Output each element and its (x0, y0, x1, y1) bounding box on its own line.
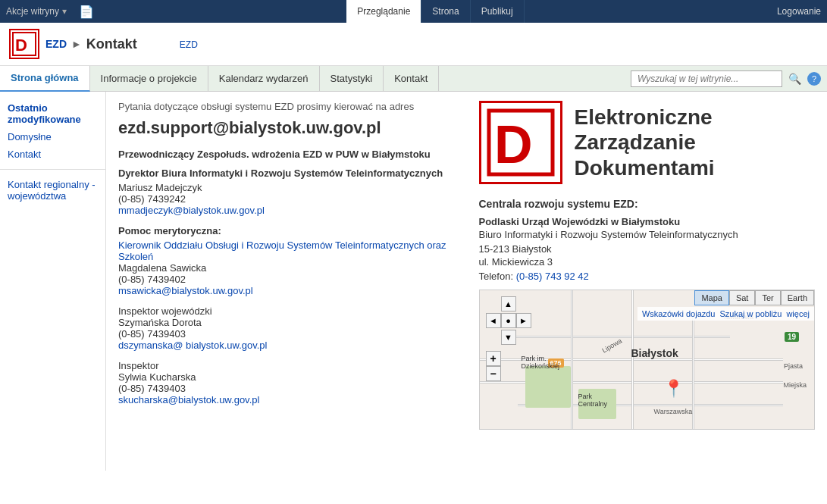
admin-tabs: Przeglądanie Strona Publikuj (346, 0, 524, 23)
breadcrumb-sub-area: EZD (143, 39, 198, 50)
akcje-witryny-menu[interactable]: Akcje witryny (6, 6, 59, 17)
map-zoom-out[interactable]: − (486, 366, 501, 381)
inspector2-phone: (0-85) 7439403 (118, 383, 455, 394)
map-nav-left[interactable]: ◄ (486, 313, 501, 328)
map-street-label1: Lipowa (600, 337, 623, 355)
address-block: Podlaski Urząd Wojewódzki w Białymstoku … (479, 216, 816, 282)
admin-bar: Akcje witryny ▾ 📄 Przeglądanie Strona Pu… (0, 0, 827, 23)
inspector1-role: Inspektor wojewódzki (118, 305, 455, 317)
logo-bar: D EZD ► Kontakt EZD (0, 23, 827, 66)
org-name: Podlaski Urząd Wojewódzki w Białymstoku (479, 216, 816, 227)
inspector1-phone: (0-85) 7439403 (118, 328, 455, 340)
map-btn-sat[interactable]: Sat (729, 290, 756, 305)
tab-publikuj[interactable]: Publikuj (471, 0, 525, 23)
help-title: Pomoc merytoryczna: (118, 225, 455, 236)
inspector2-role: Inspektor (118, 360, 455, 371)
inspector1-email[interactable]: dszymanska@ bialystok.uw.gov.pl (118, 340, 455, 351)
map-btn-earth[interactable]: Earth (781, 290, 814, 305)
map-btn-ter[interactable]: Ter (755, 290, 780, 305)
intro-text: Pytania dotyczące obsługi systemu EZD pr… (118, 101, 455, 112)
map-btn-mapa[interactable]: Mapa (694, 290, 729, 305)
search-input[interactable] (631, 70, 782, 87)
map-park-label2: ParkCentralny (578, 393, 608, 408)
breadcrumb-sub[interactable]: EZD (180, 39, 198, 50)
help-role[interactable]: Kierownik Oddziału Obsługi i Rozwoju Sys… (118, 239, 455, 262)
map-link-search[interactable]: Szukaj w pobliżu (719, 309, 782, 318)
breadcrumb-home[interactable]: EZD (45, 38, 67, 50)
main-content: Pytania dotyczące obsługi systemu EZD pr… (106, 92, 467, 471)
map-city-label: Białystok (631, 347, 678, 359)
main-email: ezd.support@bialystok.uw.gov.pl (118, 118, 455, 138)
map-nav-up[interactable]: ▲ (501, 296, 516, 311)
nav-kalendarz[interactable]: Kalendarz wydarzeń (208, 66, 320, 92)
phone-value[interactable]: (0-85) 743 92 42 (516, 271, 589, 282)
help-button[interactable]: ? (807, 72, 821, 86)
svg-text:D: D (15, 36, 27, 55)
map-park (525, 366, 571, 408)
sidebar-item-domyslne[interactable]: Domysłne (0, 128, 105, 146)
nav-informacje[interactable]: Informacje o projekcie (90, 66, 208, 92)
postal: 15-213 Białystok (479, 243, 816, 255)
map-nav-down[interactable]: ▼ (501, 330, 516, 345)
content-wrapper: Ostatnio zmodyfikowane Domysłne Kontakt … (0, 92, 827, 471)
ezd-title-line2: Zarządzanie (575, 130, 715, 155)
ezd-title-line1: Elektroniczne (575, 105, 715, 130)
dept-name: Biuro Informatyki i Rozwoju Systemów Tel… (479, 229, 816, 240)
help-name: Magdalena Sawicka (118, 262, 455, 274)
inspector2-block: Inspektor Sylwia Kucharska (0-85) 743940… (118, 360, 455, 405)
map-link-more[interactable]: więcej (786, 309, 810, 318)
map-link-directions[interactable]: Wskazówki dojazdu (642, 309, 716, 318)
ezd-logo-area: D Elektroniczne Zarządzanie Dokumentami (479, 101, 816, 184)
street: ul. Mickiewicza 3 (479, 256, 816, 268)
sidebar-item-ostatnio[interactable]: Ostatnio zmodyfikowane (0, 99, 105, 128)
sidebar: Ostatnio zmodyfikowane Domysłne Kontakt … (0, 92, 106, 471)
svg-text:D: D (494, 115, 533, 174)
inspector1-block: Inspektor wojewódzki Szymańska Dorota (0… (118, 305, 455, 351)
section1-block: Przewodniczący Zespołuds. wdrożenia EZD … (118, 149, 455, 216)
sidebar-item-kontakt[interactable]: Kontakt (0, 146, 105, 163)
help-block: Pomoc merytoryczna: Kierownik Oddziału O… (118, 225, 455, 296)
map-toolbar: Mapa Sat Ter Earth (694, 290, 814, 305)
ezd-title-line3: Dokumentami (575, 155, 715, 181)
nav-strona-glowna[interactable]: Strona główna (0, 66, 90, 92)
sidebar-item-kontakt-regionalny[interactable]: Kontakt regionalny - województwa (0, 176, 105, 205)
help-email[interactable]: msawicka@bialystok.uw.gov.pl (118, 285, 455, 296)
nav-statystyki[interactable]: Statystyki (320, 66, 384, 92)
inspector2-name: Sylwia Kucharska (118, 371, 455, 383)
section1-title: Przewodniczący Zespołuds. wdrożenia EZD … (118, 149, 455, 160)
director-title: Dyrektor Biura Informatyki i Rozwoju Sys… (118, 167, 455, 179)
map-links: Wskazówki dojazdu Szukaj w pobliżu więce… (637, 307, 814, 321)
map-road-v2 (631, 290, 634, 430)
help-phone: (0-85) 7439402 (118, 274, 455, 285)
ezd-title-text: Elektroniczne Zarządzanie Dokumentami (575, 105, 715, 181)
map-road-v1 (571, 290, 573, 430)
login-link[interactable]: Logowanie (777, 6, 821, 17)
map-route19: 19 (785, 332, 799, 342)
director-email[interactable]: mmadjeczyk@bialystok.uw.gov.pl (118, 205, 455, 216)
director-phone: (0-85) 7439242 (118, 193, 455, 205)
map-street-label4: Miejska (783, 381, 807, 389)
map-zoom-controls: + − (486, 351, 501, 381)
map-container: 19 Białystok 676 Park im.Dziekońskiej Pa… (479, 290, 816, 430)
ezd-logo-svg: D (487, 108, 555, 177)
map-nav-center[interactable]: ● (501, 313, 516, 328)
breadcrumb-separator: ► (71, 38, 82, 50)
map-street-label3: Pjasta (784, 362, 803, 370)
inspector1-name: Szymańska Dorota (118, 317, 455, 328)
tab-przegladanie[interactable]: Przeglądanie (346, 0, 421, 23)
inspector2-email[interactable]: skucharska@bialystok.uw.gov.pl (118, 394, 455, 405)
map-zoom-in[interactable]: + (486, 351, 501, 366)
map-park-label1: Park im.Dziekońskiej (522, 355, 560, 370)
phone-label: Telefon: (479, 271, 514, 282)
map-nav-mid: ◄ ● ► (486, 313, 531, 328)
site-logo: D (9, 29, 39, 59)
nav-kontakt[interactable]: Kontakt (384, 66, 439, 92)
nav-search-area: 🔍 ? (631, 70, 827, 87)
breadcrumb-current: Kontakt (86, 36, 137, 52)
main-nav: Strona główna Informacje o projekcie Kal… (0, 66, 827, 92)
search-button[interactable]: 🔍 (785, 71, 804, 86)
breadcrumb: EZD ► Kontakt (45, 36, 137, 52)
map-nav-right[interactable]: ► (516, 313, 531, 328)
phone-line: Telefon: (0-85) 743 92 42 (479, 271, 816, 282)
tab-strona[interactable]: Strona (421, 0, 470, 23)
